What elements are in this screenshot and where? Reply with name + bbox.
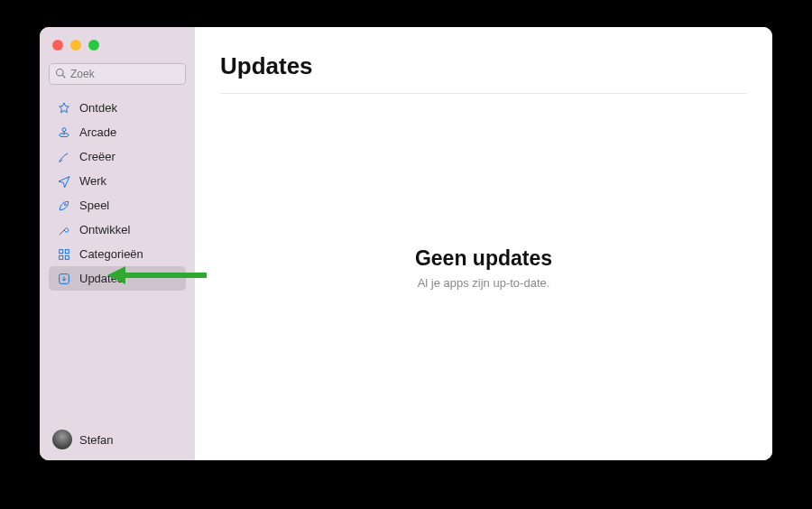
svg-rect-6	[65, 249, 69, 253]
sidebar-item-label: Categorieën	[79, 247, 143, 261]
sidebar-item-label: Creëer	[79, 150, 115, 163]
sidebar: Zoek Ontdek Arcade Creëer	[40, 27, 195, 460]
arcade-icon	[56, 125, 72, 140]
app-window: Zoek Ontdek Arcade Creëer	[40, 27, 772, 460]
grid-icon	[56, 247, 72, 262]
svg-point-4	[64, 203, 66, 205]
window-controls	[49, 34, 186, 63]
sidebar-item-label: Updates	[79, 272, 123, 285]
sidebar-item-discover[interactable]: Ontdek	[49, 96, 186, 120]
sidebar-item-label: Speel	[79, 199, 109, 212]
empty-state-title: Geen updates	[415, 246, 552, 271]
minimize-window-button[interactable]	[70, 40, 81, 51]
empty-state: Geen updates Al je apps zijn up-to-date.	[220, 85, 747, 451]
sidebar-item-label: Werk	[79, 174, 106, 188]
search-input[interactable]: Zoek	[49, 63, 186, 85]
paintbrush-icon	[56, 150, 72, 164]
search-placeholder: Zoek	[70, 68, 95, 80]
hammer-icon	[56, 223, 72, 237]
sidebar-item-updates[interactable]: Updates	[49, 266, 186, 291]
download-icon	[56, 272, 72, 286]
sidebar-item-label: Ontwikkel	[79, 223, 130, 236]
svg-rect-5	[60, 249, 63, 253]
avatar	[52, 430, 72, 449]
sidebar-item-categories[interactable]: Categorieën	[49, 242, 186, 266]
user-name: Stefan	[79, 433, 114, 447]
sidebar-item-arcade[interactable]: Arcade	[49, 120, 186, 144]
sidebar-item-play[interactable]: Speel	[49, 193, 186, 217]
fullscreen-window-button[interactable]	[88, 40, 99, 51]
sidebar-nav: Ontdek Arcade Creëer Werk	[49, 96, 186, 291]
empty-state-subtitle: Al je apps zijn up-to-date.	[418, 276, 550, 290]
sidebar-item-create[interactable]: Creëer	[49, 144, 186, 169]
search-icon	[55, 68, 70, 81]
svg-line-1	[62, 75, 65, 78]
sidebar-item-work[interactable]: Werk	[49, 169, 186, 193]
sidebar-item-label: Ontdek	[79, 101, 117, 115]
sidebar-item-develop[interactable]: Ontwikkel	[49, 217, 186, 242]
rocket-icon	[56, 199, 72, 213]
close-window-button[interactable]	[52, 40, 63, 51]
star-icon	[56, 101, 72, 116]
svg-rect-7	[60, 255, 63, 259]
svg-rect-8	[65, 255, 69, 259]
svg-point-0	[57, 69, 64, 76]
paperplane-icon	[56, 174, 72, 189]
account-button[interactable]: Stefan	[49, 426, 186, 451]
main-content: Updates Geen updates Al je apps zijn up-…	[195, 27, 772, 460]
sidebar-item-label: Arcade	[79, 125, 116, 139]
